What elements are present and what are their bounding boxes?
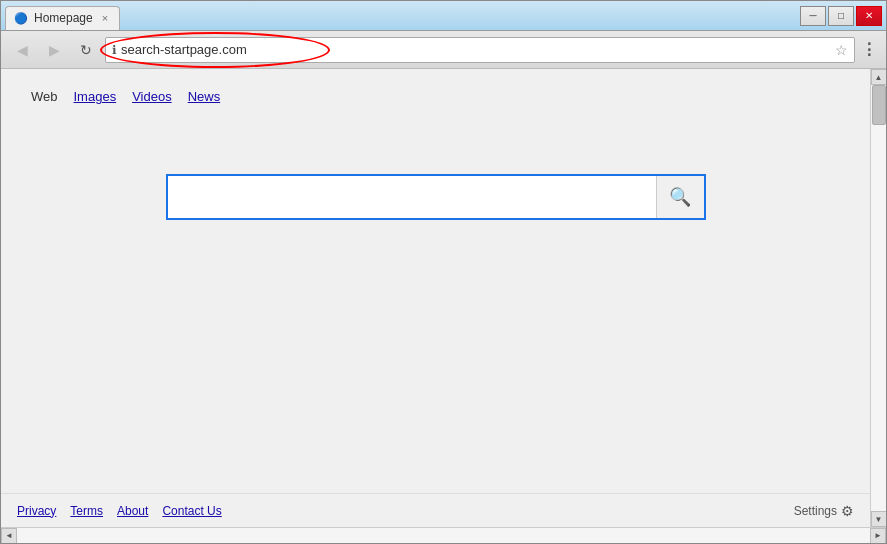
footer-link-terms[interactable]: Terms: [70, 504, 103, 518]
settings-label: Settings: [794, 504, 837, 518]
search-box: 🔍: [166, 174, 706, 220]
window-controls: ─ □ ✕: [800, 6, 882, 26]
page-content: Web Images Videos News 🔍: [1, 69, 870, 493]
vertical-scrollbar[interactable]: ▲ ▼: [870, 69, 886, 527]
search-category-nav: Web Images Videos News: [21, 69, 850, 114]
address-input[interactable]: [121, 42, 831, 57]
bookmark-star-icon[interactable]: ☆: [835, 42, 848, 58]
forward-button[interactable]: ▶: [41, 37, 67, 63]
nav-link-news[interactable]: News: [188, 89, 221, 104]
toolbar: ◀ ▶ ↻ ℹ ☆ ⋮: [1, 31, 886, 69]
scroll-left-arrow[interactable]: ◄: [1, 528, 17, 544]
close-button[interactable]: ✕: [856, 6, 882, 26]
browser-tab[interactable]: 🔵 Homepage ×: [5, 6, 120, 30]
scroll-thumb[interactable]: [872, 85, 886, 125]
browser-window: 🔵 Homepage × ─ □ ✕ ◀ ▶ ↻ ℹ ☆ ⋮ ▲: [0, 0, 887, 544]
gear-icon: ⚙: [841, 503, 854, 519]
scroll-right-arrow[interactable]: ►: [870, 528, 886, 544]
footer-link-contact[interactable]: Contact Us: [162, 504, 221, 518]
address-bar[interactable]: ℹ ☆: [105, 37, 855, 63]
search-icon: 🔍: [669, 186, 691, 208]
nav-link-web[interactable]: Web: [31, 89, 58, 104]
restore-button[interactable]: □: [828, 6, 854, 26]
footer-link-about[interactable]: About: [117, 504, 148, 518]
tab-favicon: 🔵: [14, 12, 28, 25]
back-button[interactable]: ◀: [9, 37, 35, 63]
scroll-up-arrow[interactable]: ▲: [871, 69, 887, 85]
scroll-track[interactable]: [871, 85, 886, 511]
titlebar: 🔵 Homepage × ─ □ ✕: [1, 1, 886, 31]
tab-close-button[interactable]: ×: [99, 11, 111, 25]
nav-link-images[interactable]: Images: [74, 89, 117, 104]
footer-link-privacy[interactable]: Privacy: [17, 504, 56, 518]
nav-link-videos[interactable]: Videos: [132, 89, 172, 104]
search-area: 🔍: [21, 174, 850, 220]
settings-area[interactable]: Settings ⚙: [794, 503, 854, 519]
browser-menu-button[interactable]: ⋮: [861, 40, 878, 59]
footer: Privacy Terms About Contact Us Settings …: [1, 493, 870, 527]
scroll-down-arrow[interactable]: ▼: [871, 511, 887, 527]
horizontal-scrollbar[interactable]: ◄ ►: [1, 527, 886, 543]
hscroll-track[interactable]: [17, 528, 870, 543]
info-icon: ℹ: [112, 43, 117, 57]
tab-title: Homepage: [34, 11, 93, 25]
page-area: ▲ ▼ Web Images Videos News 🔍: [1, 69, 886, 543]
minimize-button[interactable]: ─: [800, 6, 826, 26]
refresh-button[interactable]: ↻: [73, 37, 99, 63]
search-input[interactable]: [168, 176, 656, 218]
search-button[interactable]: 🔍: [656, 176, 704, 218]
